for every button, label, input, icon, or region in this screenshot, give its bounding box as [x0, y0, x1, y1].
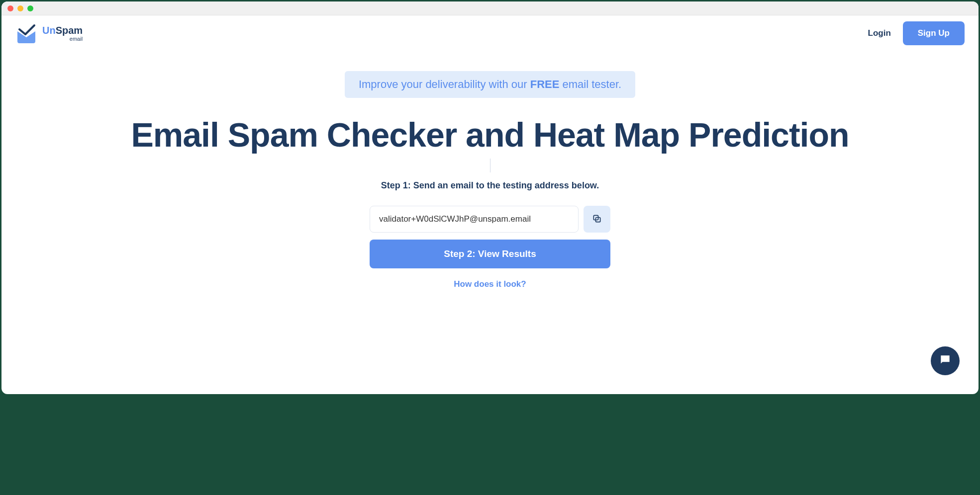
- deliverability-banner: Improve your deliverability with our FRE…: [345, 71, 635, 98]
- titlebar: [1, 1, 979, 15]
- envelope-check-icon: [15, 22, 37, 44]
- testing-email-input[interactable]: [370, 206, 579, 233]
- copy-button[interactable]: [584, 206, 610, 233]
- main: Improve your deliverability with our FRE…: [1, 51, 979, 289]
- copy-icon: [592, 214, 602, 225]
- header: UnSpam email Login Sign Up: [1, 15, 979, 51]
- traffic-lights: [7, 5, 33, 11]
- view-results-button[interactable]: Step 2: View Results: [370, 240, 610, 268]
- login-link[interactable]: Login: [868, 28, 891, 38]
- divider: [490, 159, 490, 172]
- banner-pre: Improve your deliverability with our: [359, 78, 530, 90]
- step1-label: Step 1: Send an email to the testing add…: [11, 180, 969, 191]
- logo-text: UnSpam email: [42, 25, 83, 42]
- page-title: Email Spam Checker and Heat Map Predicti…: [11, 116, 969, 154]
- how-does-it-look-link[interactable]: How does it look?: [454, 279, 526, 289]
- chat-fab[interactable]: [931, 346, 960, 375]
- browser-window: UnSpam email Login Sign Up Improve your …: [1, 1, 979, 394]
- banner-post: email tester.: [559, 78, 621, 90]
- signup-button[interactable]: Sign Up: [903, 21, 965, 45]
- nav-right: Login Sign Up: [868, 21, 965, 45]
- email-row: [11, 206, 969, 233]
- banner-strong: FREE: [530, 78, 560, 90]
- logo-sub: email: [42, 36, 83, 42]
- minimize-window-button[interactable]: [17, 5, 23, 11]
- logo-brand-spam: Spam: [56, 25, 83, 36]
- maximize-window-button[interactable]: [27, 5, 33, 11]
- logo-brand-un: Un: [42, 25, 56, 36]
- close-window-button[interactable]: [7, 5, 13, 11]
- logo[interactable]: UnSpam email: [15, 22, 83, 44]
- chat-icon: [939, 353, 952, 368]
